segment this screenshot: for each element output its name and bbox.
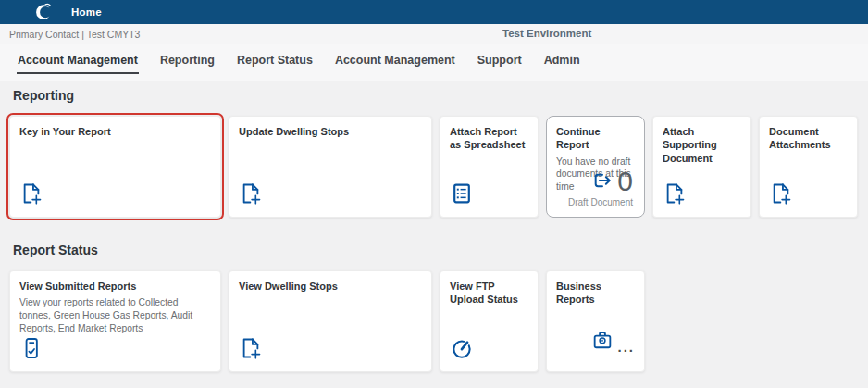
briefcase-icon: ... (590, 328, 635, 352)
section-title: Reporting (0, 81, 868, 102)
tab-report-status[interactable]: Report Status (236, 54, 314, 72)
section-reporting: ReportingKey in Your Report Update Dwell… (0, 81, 868, 218)
tile-attach-report-as-spreadsheet[interactable]: Attach Report as Spreadsheet (440, 116, 539, 218)
shell-bar: Home (0, 0, 868, 24)
add-document-icon (663, 181, 687, 206)
list-icon (450, 181, 474, 206)
tile-title: Continue Report (547, 117, 644, 152)
gauge-icon (450, 336, 474, 360)
content-area: ReportingKey in Your Report Update Dwell… (0, 81, 868, 388)
more-dots: ... (617, 343, 635, 352)
tile-business-reports[interactable]: Business Reports ... (546, 270, 645, 372)
tile-view-dwelling-stops[interactable]: View Dwelling Stops (229, 270, 432, 372)
subheader: Primary Contact | Test CMYT3 Test Enviro… (0, 24, 868, 44)
tile-title: Attach Supporting Document (653, 117, 750, 165)
tab-reporting[interactable]: Reporting (159, 54, 216, 72)
continue-arrow-icon (591, 170, 614, 194)
tile-title: Update Dwelling Stops (229, 117, 431, 138)
account-context-label: Primary Contact | Test CMYT3 (9, 29, 140, 40)
document-check-icon (19, 336, 43, 360)
environment-label: Test Environment (502, 28, 591, 39)
section-title: Report Status (0, 218, 868, 257)
tile-title: Attach Report as Spreadsheet (440, 117, 538, 152)
tile-title: View Submitted Reports (10, 271, 220, 293)
add-document-icon (769, 181, 793, 206)
tile-title: Document Attachments (760, 117, 857, 152)
tile-row: View Submitted ReportsView your reports … (0, 270, 868, 372)
brand-logo-icon[interactable] (33, 2, 53, 22)
tile-document-attachments[interactable]: Document Attachments (759, 116, 858, 218)
section-report-status: Report StatusView Submitted ReportsView … (0, 218, 868, 372)
tab-support[interactable]: Support (477, 54, 523, 72)
tile-update-dwelling-stops[interactable]: Update Dwelling Stops (229, 116, 432, 218)
page-title: Home (71, 6, 102, 18)
tile-row: Key in Your Report Update Dwelling Stops… (0, 116, 868, 218)
tab-account-management-2[interactable]: Account Management (334, 54, 456, 72)
tile-continue-report[interactable]: Continue ReportYou have no draft documen… (546, 116, 645, 218)
tile-title: View Dwelling Stops (229, 271, 431, 293)
tile-attach-supporting-document[interactable]: Attach Supporting Document (652, 116, 751, 218)
kpi-group: 0 (591, 169, 633, 194)
app-window: Home Primary Contact | Test CMYT3 Test E… (0, 0, 868, 388)
tile-view-ftp-upload-status[interactable]: View FTP Upload Status (440, 270, 539, 372)
tile-view-submitted-reports[interactable]: View Submitted ReportsView your reports … (9, 270, 221, 372)
tile-title: Business Reports (547, 271, 644, 307)
tab-admin[interactable]: Admin (543, 54, 581, 72)
kpi-value: 0 (617, 169, 633, 194)
kpi-label: Draft Document (568, 197, 633, 207)
tile-key-in-your-report[interactable]: Key in Your Report (9, 116, 221, 218)
tile-title: View FTP Upload Status (440, 271, 538, 307)
add-document-icon (239, 181, 263, 206)
tile-subtitle: View your reports related to Collected t… (10, 293, 220, 335)
add-document-icon (239, 336, 263, 360)
tab-account-management[interactable]: Account Management (17, 54, 139, 74)
add-document-icon (19, 181, 43, 206)
tile-title: Key in Your Report (10, 117, 220, 138)
tab-bar: Account ManagementReportingReport Status… (0, 44, 868, 81)
